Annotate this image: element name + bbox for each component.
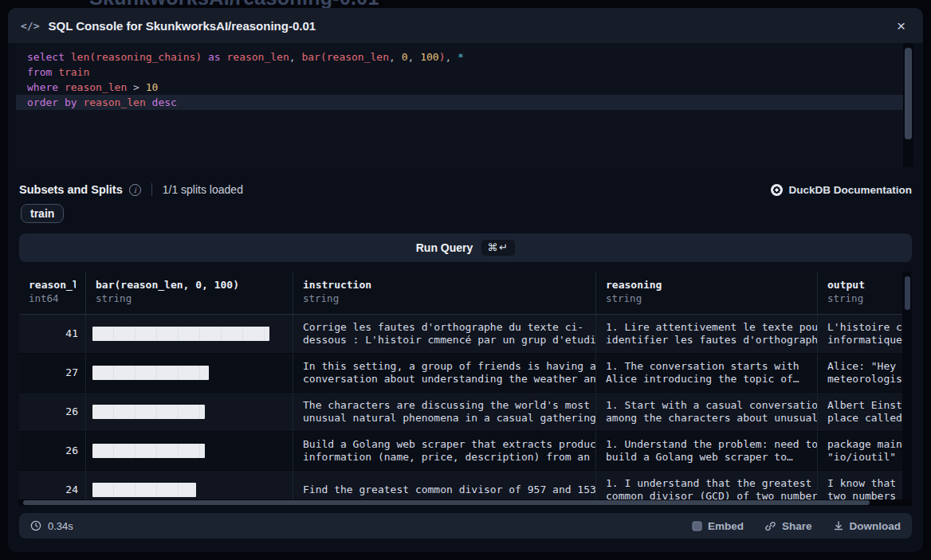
code-line: order by reason_len desc	[16, 95, 913, 110]
cell-reason-len: 41	[19, 315, 85, 353]
cell-bar	[85, 354, 293, 392]
column-type: int64	[29, 292, 76, 304]
dialog-header: </> SQL Console for SkunkworksAI/reasoni…	[8, 8, 923, 43]
close-icon: ×	[897, 18, 905, 34]
code-line: where reason_len > 10	[16, 80, 913, 95]
table-body: 41Corrige les fautes d'orthographe du te…	[19, 315, 912, 506]
cell-reason-len: 27	[19, 354, 85, 392]
cell-reasoning: 1. Lire attentivement le texte pour iden…	[595, 315, 817, 353]
cell-output: L'histoire co informatique	[817, 315, 912, 353]
download-icon	[833, 520, 844, 531]
duckdb-icon	[771, 184, 783, 196]
table-row[interactable]: 27In this setting, a group of friends is…	[19, 354, 912, 393]
close-button[interactable]: ×	[892, 17, 910, 35]
code-line: from train	[16, 65, 913, 80]
embed-label: Embed	[708, 520, 744, 532]
cell-output: Alice: "Hey g meteorologist	[817, 354, 912, 392]
table-row[interactable]: 26The characters are discussing the worl…	[19, 393, 912, 432]
keyboard-shortcut-badge: ⌘↵	[481, 240, 515, 256]
results-table: reason_lenint64bar(reason_len, 0, 100)st…	[19, 272, 912, 506]
cell-output: Albert Einste place called	[817, 393, 912, 431]
editor-scrollbar-thumb[interactable]	[905, 48, 912, 139]
cell-output: package main "io/ioutil" "	[817, 432, 912, 470]
column-type: string	[827, 292, 902, 304]
cell-reason-len: 26	[19, 393, 85, 431]
elapsed-time: 0.34s	[30, 520, 73, 532]
cell-reasoning: 1. Understand the problem: need to build…	[595, 432, 817, 470]
run-query-button[interactable]: Run Query ⌘↵	[19, 233, 912, 262]
duckdb-docs-label: DuckDB Documentation	[788, 184, 912, 196]
cell-reasoning: 1. Start with a casual conversation amon…	[595, 393, 817, 431]
sql-editor[interactable]: select len(reasoning_chains) as reason_l…	[16, 43, 913, 167]
cell-bar	[85, 315, 293, 353]
table-row[interactable]: 41Corrige les fautes d'orthographe du te…	[19, 315, 912, 354]
column-name: reason_len	[29, 279, 76, 291]
footer-actions: Embed Share Download	[692, 520, 901, 532]
bar-visualization	[92, 366, 209, 380]
subsets-row: Subsets and Splits i 1/1 splits loaded D…	[19, 182, 912, 198]
bar-visualization	[92, 405, 205, 419]
dialog-title: SQL Console for SkunkworksAI/reasoning-0…	[48, 19, 316, 33]
code-line: select len(reasoning_chains) as reason_l…	[16, 49, 913, 65]
splits-loaded-text: 1/1 splits loaded	[163, 183, 243, 196]
column-header[interactable]: bar(reason_len, 0, 100)string	[85, 272, 293, 314]
clock-icon	[30, 520, 41, 531]
cell-bar	[85, 432, 293, 470]
table-horizontal-scrollbar[interactable]	[19, 499, 912, 506]
sql-console-dialog: </> SQL Console for SkunkworksAI/reasoni…	[8, 8, 923, 552]
divider	[151, 183, 152, 196]
column-type: string	[606, 292, 807, 304]
elapsed-time-value: 0.34s	[48, 520, 73, 532]
cell-instruction: Corrige les fautes d'orthographe du text…	[293, 315, 595, 353]
cell-reasoning: 1. The conversation starts with Alice in…	[595, 354, 817, 392]
table-header-row: reason_lenint64bar(reason_len, 0, 100)st…	[19, 272, 912, 315]
table-vertical-scrollbar-thumb[interactable]	[905, 276, 910, 310]
code-icon: </>	[21, 20, 39, 32]
column-header[interactable]: instructionstring	[293, 272, 595, 314]
column-name: reasoning	[606, 279, 807, 291]
run-query-label: Run Query	[416, 241, 473, 254]
info-icon[interactable]: i	[129, 184, 141, 196]
column-name: instruction	[303, 279, 586, 291]
cell-instruction: In this setting, a group of friends is h…	[293, 354, 595, 392]
column-name: bar(reason_len, 0, 100)	[96, 279, 283, 291]
bar-visualization	[92, 327, 269, 341]
cell-reason-len: 26	[19, 432, 85, 470]
embed-icon	[692, 521, 702, 531]
column-name: output	[827, 279, 902, 291]
table-row[interactable]: 26Build a Golang web scraper that extrac…	[19, 432, 912, 471]
share-label: Share	[782, 520, 812, 532]
column-type: string	[96, 292, 283, 304]
column-header[interactable]: reason_lenint64	[19, 272, 85, 314]
duckdb-docs-link[interactable]: DuckDB Documentation	[771, 184, 912, 196]
table-horizontal-scrollbar-thumb[interactable]	[23, 500, 870, 505]
sql-code: select len(reasoning_chains) as reason_l…	[16, 43, 913, 110]
bar-visualization	[92, 444, 205, 458]
subsets-splits-label: Subsets and Splits	[19, 183, 123, 196]
editor-scrollbar[interactable]	[903, 43, 913, 167]
results-footer: 0.34s Embed Share Download	[19, 513, 912, 538]
cell-bar	[85, 393, 293, 431]
column-header[interactable]: outputstring	[817, 272, 912, 314]
embed-button[interactable]: Embed	[692, 520, 744, 532]
column-type: string	[303, 292, 586, 304]
cell-instruction: The characters are discussing the world'…	[293, 393, 595, 431]
column-header[interactable]: reasoningstring	[595, 272, 817, 314]
bar-visualization	[92, 483, 196, 497]
cell-instruction: Build a Golang web scraper that extracts…	[293, 432, 595, 470]
share-link-icon	[764, 520, 776, 532]
table-vertical-scrollbar[interactable]	[902, 272, 912, 506]
download-button[interactable]: Download	[833, 520, 902, 532]
download-label: Download	[850, 520, 902, 532]
split-chip-train[interactable]: train	[21, 204, 64, 223]
share-button[interactable]: Share	[764, 520, 812, 532]
